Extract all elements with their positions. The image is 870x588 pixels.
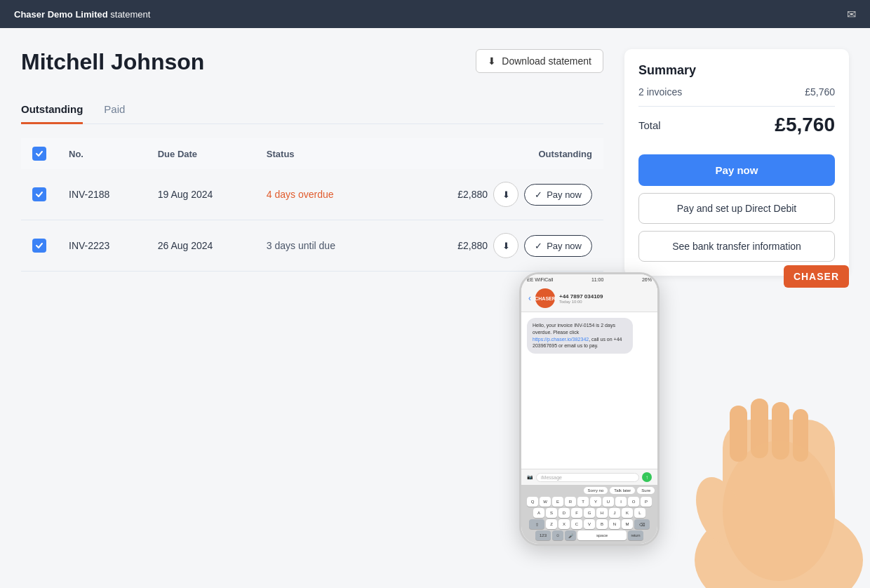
key-s: S [546,508,557,518]
key-j: J [609,508,620,518]
key-k: K [622,508,633,518]
keyboard-row-2: A S D F G H J K L [524,508,655,518]
topbar-company: Chaser Demo Limited [14,9,108,20]
svg-rect-5 [772,402,789,460]
row1-due-date: 19 Aug 2024 [147,169,255,220]
row1-checkbox[interactable] [32,187,46,201]
key-o: O [628,497,639,507]
row2-due-date: 26 Aug 2024 [147,220,255,272]
row2-amount: £2,880 [457,240,488,251]
bank-info-button[interactable]: See bank transfer information [638,231,835,262]
key-return: return [628,530,643,540]
summary-card: Summary 2 invoices £5,760 Total £5,760 P… [624,49,849,276]
key-g: G [584,508,595,518]
quick-reply-talk-later: Talk later [610,487,635,494]
message-link: https://p.chaser.io/382342 [533,337,589,342]
phone-sender: +44 7897 034109 [559,293,650,300]
keyboard-row-3: ⇧ Z X C V B N M ⌫ [524,519,655,529]
key-x: X [558,519,570,529]
phone-input-placeholder: iMessage [536,473,639,482]
quick-reply-sure: Sure [637,487,655,494]
key-t: T [577,497,589,507]
summary-divider [638,106,835,107]
col-outstanding: Outstanding [383,138,603,169]
invoice-table: No. Due Date Status Outstanding [21,138,603,272]
phone-camera-icon: 📷 [527,474,533,480]
summary-total-label: Total [638,119,661,131]
quick-reply-sorry: Sorry no [584,487,608,494]
key-w: W [540,497,551,507]
svg-rect-4 [751,399,768,458]
table-row: INV-2188 19 Aug 2024 4 days overdue £2,8… [21,169,603,220]
col-no: No. [58,138,147,169]
phone-device: EE WiFiCall 11:00 26% ‹ CHASER +44 7897 … [519,272,660,546]
key-l: L [634,508,645,518]
phone-messages: Hello, your invoice INV-0154 is 2 days o… [521,312,657,469]
summary-invoices-label: 2 invoices [638,86,682,98]
phone-time: 11:00 [591,277,604,282]
key-b: B [596,519,608,529]
summary-invoices-amount: £5,760 [805,86,835,98]
key-d: D [558,508,570,518]
row1-status: 4 days overdue [267,189,334,200]
tabs-container: Outstanding Paid [21,96,603,124]
table-row: INV-2223 26 Aug 2024 3 days until due £2… [21,220,603,272]
row1-outstanding-cell: £2,880 ⬇ ✓ Pay now [383,169,603,220]
phone-quick-replies: Sorry no Talk later Sure [524,487,655,494]
key-e: E [552,497,563,507]
right-sidebar: Summary 2 invoices £5,760 Total £5,760 P… [624,49,849,276]
tab-paid[interactable]: Paid [104,96,125,124]
key-emoji: ☺ [552,530,563,540]
col-checkbox [21,138,58,169]
key-q: Q [527,497,538,507]
tab-outstanding[interactable]: Outstanding [21,96,83,124]
svg-point-0 [695,504,863,588]
row2-pay-now-button[interactable]: ✓ Pay now [524,235,592,257]
phone-back-icon: ‹ [528,293,531,303]
phone-carrier: EE WiFiCall [527,277,553,282]
download-statement-label: Download statement [502,55,591,67]
key-u: U [603,497,614,507]
keyboard-row-4: 123 ☺ 🎤 space return [524,530,655,540]
topbar-title: Chaser Demo Limited statement [14,9,150,20]
direct-debit-button[interactable]: Pay and set up Direct Debit [638,193,835,224]
svg-rect-1 [723,420,835,588]
row2-outstanding-cell: £2,880 ⬇ ✓ Pay now [383,220,603,272]
row2-download-btn[interactable]: ⬇ [493,233,518,258]
key-m: M [622,519,633,529]
row2-status: 3 days until due [267,240,335,251]
row2-pay-circle-icon: ✓ [535,241,542,251]
row2-invoice-no: INV-2223 [58,220,147,272]
key-y: Y [590,497,601,507]
svg-point-7 [723,441,835,581]
svg-rect-3 [730,406,747,462]
key-h: H [596,508,608,518]
download-statement-button[interactable]: ⬇ Download statement [476,49,603,73]
key-shift: ⇧ [529,519,544,529]
row1-pay-circle-icon: ✓ [535,189,542,200]
row2-checkbox-cell [21,220,58,272]
row1-pay-now-button[interactable]: ✓ Pay now [524,184,592,206]
phone-header: ‹ CHASER +44 7897 034109 Today 10:00 [521,285,657,312]
summary-title: Summary [638,63,835,78]
key-c: C [571,519,582,529]
select-all-checkbox[interactable] [32,147,46,161]
pay-now-button[interactable]: Pay now [638,154,835,186]
phone-send-button: ↑ [642,472,652,482]
col-status: Status [255,138,383,169]
row2-checkbox[interactable] [32,239,46,253]
phone-battery: 26% [642,277,652,282]
key-v: V [584,519,595,529]
download-icon: ⬇ [488,55,496,67]
row1-download-btn[interactable]: ⬇ [493,182,518,207]
key-123: 123 [535,530,551,540]
key-a: A [533,508,544,518]
table-header-row: No. Due Date Status Outstanding [21,138,603,169]
key-space: space [577,530,627,540]
col-due-date: Due Date [147,138,255,169]
topbar: Chaser Demo Limited statement ✉ [0,0,870,28]
key-i: I [615,497,627,507]
keyboard-row-1: Q W E R T Y U I O P [524,497,655,507]
key-n: N [609,519,620,529]
email-icon[interactable]: ✉ [847,8,856,21]
